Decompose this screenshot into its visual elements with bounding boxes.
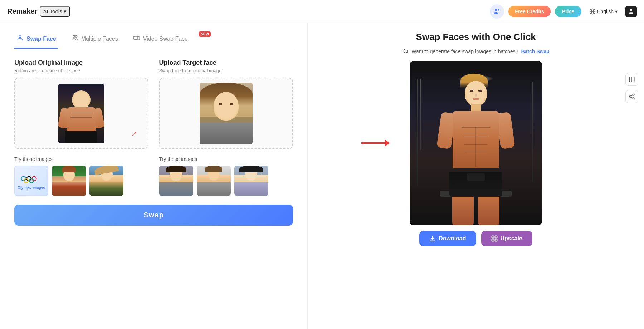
leg-left [452,197,474,225]
tab-swap-face-label: Swap Face [26,36,56,42]
action-buttons: Download Upscale [318,231,633,246]
cable-left2 [420,79,421,150]
free-credits-button[interactable]: Free Credits [508,6,551,17]
svg-point-8 [75,35,77,37]
video-icon [133,34,140,43]
header: Remaker AI Tools ▾ Free Credits Price En… [0,0,644,23]
eye-left [470,90,473,92]
multiple-faces-icon [71,34,78,43]
logo: Remaker [7,7,38,15]
main-content: Swap Face Multiple Faces [0,23,644,329]
original-upload-subtitle: Retain areas outside of the face [14,68,148,73]
svg-marker-10 [138,36,140,40]
swap-button[interactable]: Swap [14,205,293,226]
try-target-label: Try those images [159,156,293,162]
profile-icon-button[interactable] [625,6,637,17]
users-icon [493,8,501,15]
try-images-row: Try those images Olympic images [14,156,293,196]
red-arrow-icon [361,138,390,148]
batch-swap-row: 🗂 Want to generate face swap images in b… [318,48,633,55]
athlete-torso [453,111,499,168]
center-line [475,127,476,167]
header-right: Free Credits Price English ▾ [490,4,637,19]
svg-marker-24 [385,139,390,147]
layers-icon: 🗂 [402,48,409,55]
language-label: English [597,9,614,14]
upscale-label: Upscale [501,235,522,242]
sample-original-2[interactable] [89,166,123,196]
svg-rect-25 [492,236,494,238]
tab-video-swap-label: Video Swap Face [143,36,188,42]
tab-video-swap-face[interactable]: Video Swap Face NEW [131,30,201,49]
users-icon-button[interactable] [490,4,504,19]
svg-rect-28 [495,239,497,241]
target-sample-images [159,166,293,196]
swap-face-icon [16,34,24,43]
sample-original-1[interactable] [52,166,86,196]
leg-right [478,197,499,225]
multiple-people-icon [71,34,78,41]
target-upload-subtitle: Swap face from original image [159,68,293,73]
price-button[interactable]: Price [555,6,581,17]
athlete-legs [452,197,499,225]
tab-multiple-faces[interactable]: Multiple Faces [69,30,120,49]
mouth [473,98,479,100]
athlete-torso-container [445,111,506,172]
tab-swap-face[interactable]: Swap Face [14,30,58,49]
nose [475,94,477,97]
olympic-rings-icon [21,172,42,185]
result-area [318,61,633,225]
sample-target-3[interactable] [234,166,268,196]
svg-rect-27 [492,239,494,241]
svg-point-5 [630,9,632,11]
download-button[interactable]: Download [419,231,476,246]
svg-rect-9 [134,36,138,39]
batch-swap-link[interactable]: Batch Swap [521,49,549,54]
result-title: Swap Faces with One Click [318,31,633,43]
athlete-container [445,81,506,225]
svg-point-6 [19,35,21,38]
svg-point-1 [498,9,499,11]
sample-target-2[interactable] [197,166,231,196]
cable-right [532,82,533,182]
download-icon [429,235,436,242]
ai-tools-button[interactable]: AI Tools ▾ [40,6,70,17]
tabs: Swap Face Multiple Faces [14,30,293,49]
upload-target-section: Upload Target face Swap face from origin… [159,59,293,149]
ai-tools-label: AI Tools [43,8,62,14]
new-badge: NEW [199,31,211,37]
olympic-sample[interactable]: Olympic images [14,166,48,196]
try-target-section: Try those images [159,156,293,196]
shorts-logo [467,173,485,181]
try-original-label: Try those images [14,156,148,162]
globe-icon [589,8,596,15]
chevron-down-icon: ▾ [615,9,618,14]
original-sample-images: Olympic images [14,166,148,196]
olympic-label: Olympic images [18,186,45,190]
svg-rect-26 [495,236,497,238]
tab-multiple-faces-label: Multiple Faces [81,36,118,42]
person-icon [16,34,24,41]
result-arrow [361,138,390,148]
chevron-down-icon: ▾ [64,8,67,15]
athlete-head-container [465,81,487,106]
athlete-shorts [449,172,502,197]
profile-icon [628,8,634,15]
sample-target-1[interactable] [159,166,193,196]
upscale-icon [491,235,498,242]
upload-original-section: Upload Original Image Retain areas outsi… [14,59,148,149]
download-label: Download [439,235,466,242]
original-upload-box[interactable]: → [14,78,148,149]
upscale-button[interactable]: Upscale [481,231,532,246]
video-camera-icon [133,34,140,41]
athlete-neck [471,104,481,111]
try-original-section: Try those images Olympic images [14,156,148,196]
svg-point-0 [495,9,497,11]
target-upload-box[interactable] [159,78,293,149]
original-upload-title: Upload Original Image [14,59,148,67]
language-selector[interactable]: English ▾ [586,6,621,17]
result-image [410,61,542,225]
target-upload-title: Upload Target face [159,59,293,67]
left-panel: Swap Face Multiple Faces [0,23,308,329]
cable-left [417,79,418,186]
